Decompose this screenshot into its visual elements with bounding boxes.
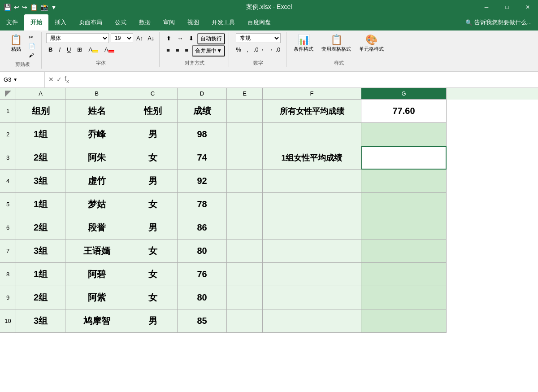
cell-8-C[interactable]: 女 bbox=[128, 263, 178, 286]
cell-1-C[interactable]: 性别 bbox=[128, 100, 178, 123]
cell-4-C[interactable]: 男 bbox=[128, 170, 178, 193]
menu-file[interactable]: 文件 bbox=[0, 14, 24, 30]
confirm-formula-icon[interactable]: ✓ bbox=[56, 76, 62, 83]
cell-2-E[interactable] bbox=[227, 123, 263, 146]
cell-3-E[interactable] bbox=[227, 146, 263, 170]
cell-5-D[interactable]: 78 bbox=[178, 193, 227, 216]
cell-4-F[interactable] bbox=[263, 170, 361, 193]
menu-home[interactable]: 开始 bbox=[24, 14, 48, 30]
cell-10-G[interactable] bbox=[361, 309, 447, 333]
cell-9-C[interactable]: 女 bbox=[128, 286, 178, 309]
minimize-button[interactable]: ─ bbox=[476, 0, 497, 14]
cell-4-G[interactable] bbox=[361, 170, 447, 193]
cell-1-G[interactable]: 77.60 bbox=[361, 100, 447, 123]
cell-5-E[interactable] bbox=[227, 193, 263, 216]
formula-input[interactable] bbox=[73, 76, 538, 83]
save-icon[interactable]: 💾 bbox=[4, 4, 11, 11]
cell-8-F[interactable] bbox=[263, 263, 361, 286]
cell-10-B[interactable]: 鸠摩智 bbox=[65, 309, 128, 333]
underline-button[interactable]: U bbox=[65, 44, 73, 54]
menu-formula[interactable]: 公式 bbox=[108, 14, 133, 30]
menu-view[interactable]: 视图 bbox=[181, 14, 205, 30]
col-header-a[interactable]: A bbox=[16, 88, 65, 100]
cell-2-D[interactable]: 98 bbox=[178, 123, 227, 146]
cell-10-F[interactable] bbox=[263, 309, 361, 333]
cell-10-A[interactable]: 3组 bbox=[16, 309, 65, 333]
col-header-c[interactable]: C bbox=[128, 88, 178, 100]
cell-10-E[interactable] bbox=[227, 309, 263, 333]
cell-3-B[interactable]: 阿朱 bbox=[65, 146, 128, 170]
cell-1-D[interactable]: 成绩 bbox=[178, 100, 227, 123]
cell-2-B[interactable]: 乔峰 bbox=[65, 123, 128, 146]
menu-page-layout[interactable]: 页面布局 bbox=[73, 14, 108, 30]
cell-4-E[interactable] bbox=[227, 170, 263, 193]
font-color-button[interactable]: A▬ bbox=[102, 44, 117, 54]
border-button[interactable]: ⊞ bbox=[75, 44, 84, 54]
col-header-b[interactable]: B bbox=[65, 88, 128, 100]
more-icon[interactable]: ▼ bbox=[51, 4, 57, 11]
fill-color-button[interactable]: A▬ bbox=[86, 44, 100, 54]
cell-6-D[interactable]: 86 bbox=[178, 216, 227, 240]
cell-6-C[interactable]: 男 bbox=[128, 216, 178, 240]
cell-10-D[interactable]: 85 bbox=[178, 309, 227, 333]
align-bottom-button[interactable]: ⬇ bbox=[187, 33, 196, 43]
align-right-button[interactable]: ≡ bbox=[183, 45, 191, 55]
cell-7-E[interactable] bbox=[227, 240, 263, 263]
copy-button[interactable]: 📄 bbox=[26, 42, 38, 50]
cell-8-E[interactable] bbox=[227, 263, 263, 286]
cell-2-G[interactable] bbox=[361, 123, 447, 146]
cell-6-G[interactable] bbox=[361, 216, 447, 240]
close-button[interactable]: ✕ bbox=[517, 0, 538, 14]
cell-9-A[interactable]: 2组 bbox=[16, 286, 65, 309]
cell-10-C[interactable]: 男 bbox=[128, 309, 178, 333]
cell-6-B[interactable]: 段誉 bbox=[65, 216, 128, 240]
cell-9-D[interactable]: 80 bbox=[178, 286, 227, 309]
cell-8-G[interactable] bbox=[361, 263, 447, 286]
table-format-button[interactable]: 📋 套用表格格式 bbox=[319, 33, 354, 54]
cell-7-F[interactable] bbox=[263, 240, 361, 263]
italic-button[interactable]: I bbox=[56, 44, 63, 54]
cell-4-D[interactable]: 92 bbox=[178, 170, 227, 193]
cell-7-C[interactable]: 女 bbox=[128, 240, 178, 263]
align-top-button[interactable]: ⬆ bbox=[164, 33, 174, 43]
align-left-button[interactable]: ≡ bbox=[164, 45, 172, 55]
cell-5-C[interactable]: 女 bbox=[128, 193, 178, 216]
cell-7-B[interactable]: 王语嫣 bbox=[65, 240, 128, 263]
cell-8-B[interactable]: 阿碧 bbox=[65, 263, 128, 286]
increase-decimal-button[interactable]: .0→ bbox=[252, 44, 267, 54]
menu-baidu[interactable]: 百度网盘 bbox=[241, 14, 277, 30]
merge-center-button[interactable]: 合并居中▼ bbox=[192, 45, 225, 57]
number-format-select[interactable]: 常规 bbox=[236, 33, 281, 43]
decrease-decimal-button[interactable]: ←.0 bbox=[267, 44, 282, 54]
cell-9-E[interactable] bbox=[227, 286, 263, 309]
col-header-d[interactable]: D bbox=[178, 88, 227, 100]
conditional-format-button[interactable]: 📊 条件格式 bbox=[291, 33, 316, 54]
cell-3-A[interactable]: 2组 bbox=[16, 146, 65, 170]
cell-3-C[interactable]: 女 bbox=[128, 146, 178, 170]
col-header-f[interactable]: F bbox=[263, 88, 361, 100]
cell-3-G[interactable] bbox=[361, 146, 447, 170]
font-name-select[interactable]: 黑体 bbox=[46, 33, 109, 43]
cell-9-B[interactable]: 阿紫 bbox=[65, 286, 128, 309]
col-header-e[interactable]: E bbox=[227, 88, 263, 100]
cell-1-E[interactable] bbox=[227, 100, 263, 123]
align-center-button[interactable]: ≡ bbox=[174, 45, 182, 55]
cell-1-B[interactable]: 姓名 bbox=[65, 100, 128, 123]
cell-4-B[interactable]: 虚竹 bbox=[65, 170, 128, 193]
cut-button[interactable]: ✂ ✂ bbox=[26, 33, 38, 41]
cell-reference-box[interactable]: G3 ▼ bbox=[0, 72, 45, 87]
cancel-formula-icon[interactable]: ✕ bbox=[48, 76, 54, 83]
cell-1-A[interactable]: 组别 bbox=[16, 100, 65, 123]
cell-6-E[interactable] bbox=[227, 216, 263, 240]
cell-style-button[interactable]: 🎨 单元格样式 bbox=[356, 33, 386, 54]
cell-5-F[interactable] bbox=[263, 193, 361, 216]
cell-ref-dropdown-icon[interactable]: ▼ bbox=[13, 77, 17, 82]
insert-function-icon[interactable]: fx bbox=[65, 75, 69, 84]
cell-9-G[interactable] bbox=[361, 286, 447, 309]
cell-8-D[interactable]: 76 bbox=[178, 263, 227, 286]
cell-5-B[interactable]: 梦姑 bbox=[65, 193, 128, 216]
cell-8-A[interactable]: 1组 bbox=[16, 263, 65, 286]
quick-access-toolbar[interactable]: 💾 ↩ ↪ 📋 📸 ▼ bbox=[4, 4, 57, 11]
menu-data[interactable]: 数据 bbox=[133, 14, 157, 30]
bold-button[interactable]: B bbox=[46, 44, 55, 54]
